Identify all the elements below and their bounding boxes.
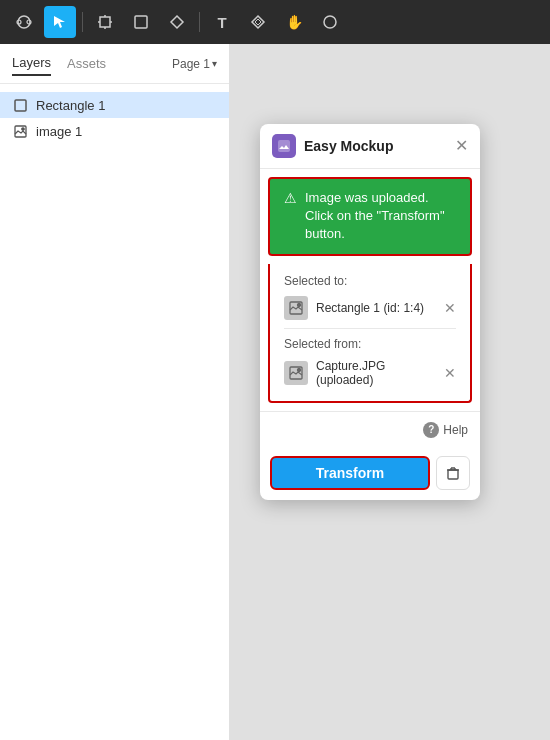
toolbar-divider-1 <box>82 12 83 32</box>
select-icon[interactable] <box>44 6 76 38</box>
page-selector[interactable]: Page 1 ▾ <box>172 57 217 71</box>
select-group-icon[interactable] <box>8 6 40 38</box>
plugin-title: Easy Mockup <box>304 138 447 154</box>
delete-button[interactable] <box>436 456 470 490</box>
svg-rect-18 <box>448 470 458 479</box>
svg-rect-8 <box>135 16 147 28</box>
help-link[interactable]: ? Help <box>423 422 468 438</box>
canvas-area: Easy Mockup ✕ ⚠ Image was uploaded. Clic… <box>230 44 550 740</box>
selected-to-thumb <box>284 296 308 320</box>
layer-item-image[interactable]: image 1 <box>0 118 229 144</box>
help-icon: ? <box>423 422 439 438</box>
plugin-footer: ? Help <box>260 411 480 448</box>
selected-from-label: Selected from: <box>284 337 456 351</box>
main-layout: Layers Assets Page 1 ▾ Rectangle 1 <box>0 44 550 740</box>
tab-assets[interactable]: Assets <box>67 52 106 75</box>
pen-icon[interactable] <box>161 6 193 38</box>
toolbar: T ✋ <box>0 0 550 44</box>
svg-rect-10 <box>15 100 26 111</box>
selected-from-item: Capture.JPG (uploaded) ✕ <box>284 359 456 387</box>
svg-rect-11 <box>15 126 26 137</box>
plugin-header: Easy Mockup ✕ <box>260 124 480 169</box>
svg-point-17 <box>298 368 301 371</box>
rectangle-icon <box>12 97 28 113</box>
image-layer-icon <box>12 123 28 139</box>
success-message: Image was uploaded. Click on the "Transf… <box>305 189 456 244</box>
remove-selected-to-icon[interactable]: ✕ <box>444 300 456 316</box>
layers-list: Rectangle 1 image 1 <box>0 84 229 152</box>
tab-layers[interactable]: Layers <box>12 51 51 76</box>
svg-point-15 <box>298 303 301 306</box>
layer-name-image: image 1 <box>36 124 82 139</box>
success-banner: ⚠ Image was uploaded. Click on the "Tran… <box>268 177 472 256</box>
svg-rect-13 <box>278 140 290 152</box>
remove-selected-from-icon[interactable]: ✕ <box>444 365 456 381</box>
close-icon[interactable]: ✕ <box>455 138 468 154</box>
svg-rect-3 <box>100 17 110 27</box>
toolbar-divider-2 <box>199 12 200 32</box>
sidebar-tabs: Layers Assets Page 1 ▾ <box>0 44 229 84</box>
svg-point-9 <box>324 16 336 28</box>
selected-to-item: Rectangle 1 (id: 1:4) ✕ <box>284 296 456 320</box>
selection-area: Selected to: Rectangle 1 (id: 1:4) ✕ Sel… <box>268 264 472 403</box>
text-icon[interactable]: T <box>206 6 238 38</box>
hand-icon[interactable]: ✋ <box>278 6 310 38</box>
sidebar: Layers Assets Page 1 ▾ Rectangle 1 <box>0 44 230 740</box>
selected-to-name: Rectangle 1 (id: 1:4) <box>316 301 436 315</box>
plugin-panel: Easy Mockup ✕ ⚠ Image was uploaded. Clic… <box>260 124 480 500</box>
comment-icon[interactable] <box>314 6 346 38</box>
plugin-logo-icon <box>272 134 296 158</box>
chevron-down-icon: ▾ <box>212 58 217 69</box>
plugin-bottom: Transform <box>260 448 480 500</box>
layer-name-rectangle: Rectangle 1 <box>36 98 105 113</box>
shape-icon[interactable] <box>125 6 157 38</box>
svg-point-12 <box>21 127 23 129</box>
component-icon[interactable] <box>242 6 274 38</box>
layer-item-rectangle[interactable]: Rectangle 1 <box>0 92 229 118</box>
selected-from-name: Capture.JPG (uploaded) <box>316 359 436 387</box>
selected-to-label: Selected to: <box>284 274 456 288</box>
frame-icon[interactable] <box>89 6 121 38</box>
selected-from-thumb <box>284 361 308 385</box>
help-label: Help <box>443 423 468 437</box>
warning-icon: ⚠ <box>284 190 297 206</box>
selection-divider <box>284 328 456 329</box>
transform-button[interactable]: Transform <box>270 456 430 490</box>
svg-point-0 <box>18 16 30 28</box>
